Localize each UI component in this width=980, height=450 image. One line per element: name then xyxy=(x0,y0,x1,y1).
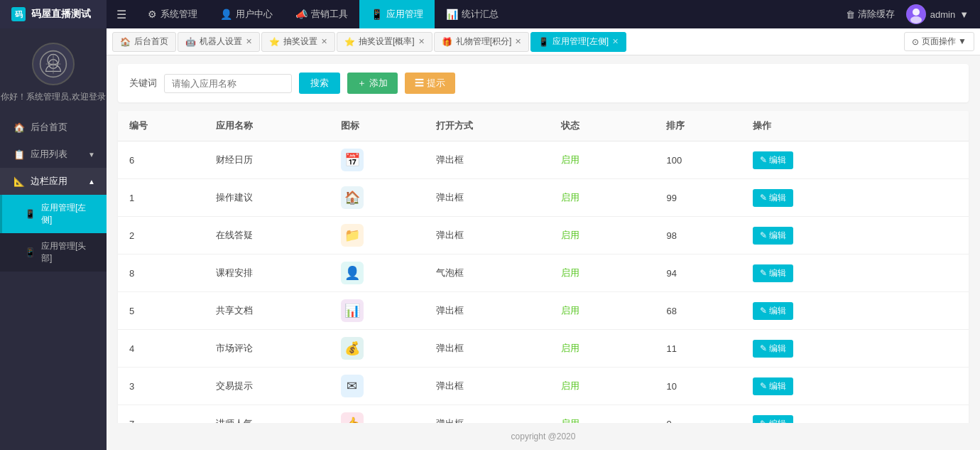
edit-button-2[interactable]: ✎ 编辑 xyxy=(753,227,793,245)
cell-order: 94 xyxy=(655,255,741,292)
nav-label-stats: 统计汇总 xyxy=(462,8,499,21)
tab-lottery-odds[interactable]: ⭐ 抽奖设置[概率] ✕ xyxy=(337,32,432,52)
tab-robot-icon: 🤖 xyxy=(185,37,196,47)
tab-gifts-close[interactable]: ✕ xyxy=(515,37,521,46)
nav-item-marketing[interactable]: 📣 营销工具 xyxy=(284,0,359,28)
cell-order: 98 xyxy=(655,217,741,255)
sidebar-item-app-manage-left[interactable]: 📱 应用管理[左侧] xyxy=(0,195,107,233)
home-icon: 🏠 xyxy=(13,122,25,133)
cell-status: 启用 xyxy=(550,255,655,292)
sidebar-item-app-manage-head[interactable]: 📱 应用管理[头部] xyxy=(0,233,107,272)
search-button[interactable]: 搜索 xyxy=(299,73,340,94)
cell-icon: 🏠 xyxy=(330,179,425,217)
col-header-open-type: 打开方式 xyxy=(425,111,550,141)
cell-id: 1 xyxy=(118,179,205,217)
admin-info[interactable]: admin ▼ xyxy=(906,4,969,24)
app-icon-6: 📅 xyxy=(341,149,364,171)
content-area: 关键词 搜索 ＋ 添加 ☰ 提示 编号 应用名称 图标 xyxy=(107,55,980,423)
cell-id: 6 xyxy=(118,141,205,179)
cell-ops: ✎ 编辑 xyxy=(741,405,969,424)
nav-items: ⚙ 系统管理 👤 用户中心 📣 营销工具 📱 应用管理 📊 统计汇总 xyxy=(136,0,510,28)
cell-order: 100 xyxy=(655,141,741,179)
stats-icon: 📊 xyxy=(446,9,458,20)
col-header-id: 编号 xyxy=(118,111,205,141)
cell-icon: ✉ xyxy=(330,368,425,405)
cell-name: 讲师人气 xyxy=(205,405,330,424)
cell-id: 8 xyxy=(118,255,205,292)
nav-item-user[interactable]: 👤 用户中心 xyxy=(209,0,284,28)
tab-home[interactable]: 🏠 后台首页 xyxy=(112,32,176,52)
sidebar-label-home: 后台首页 xyxy=(31,121,67,134)
tab-home-label: 后台首页 xyxy=(134,36,168,48)
edit-button-4[interactable]: ✎ 编辑 xyxy=(753,340,793,358)
tab-lottery-odds-close[interactable]: ✕ xyxy=(418,37,425,46)
sidebar: 你好！系统管理员,欢迎登录 🏠 后台首页 📋 应用列表 ▼ 📐 边栏应用 xyxy=(0,28,107,450)
edit-button-6[interactable]: ✎ 编辑 xyxy=(753,151,793,169)
page-ops-icon: ⊙ xyxy=(912,37,919,47)
search-bar: 关键词 搜索 ＋ 添加 ☰ 提示 xyxy=(118,64,969,102)
search-input[interactable] xyxy=(164,74,292,93)
table-header-row: 编号 应用名称 图标 打开方式 状态 排序 操作 xyxy=(118,111,969,141)
cell-order: 99 xyxy=(655,179,741,217)
cell-order: 10 xyxy=(655,368,741,405)
edit-button-1[interactable]: ✎ 编辑 xyxy=(753,189,793,207)
edit-button-5[interactable]: ✎ 编辑 xyxy=(753,302,793,320)
sidebar-item-sidebar-app[interactable]: 📐 边栏应用 ▲ xyxy=(0,168,107,195)
status-badge: 启用 xyxy=(561,230,579,240)
add-label: 添加 xyxy=(369,77,388,90)
edit-button-7[interactable]: ✎ 编辑 xyxy=(753,415,793,424)
app-title: 码屋直播测试 xyxy=(31,8,91,21)
col-header-name: 应用名称 xyxy=(205,111,330,141)
sidebar-label-app-manage-head: 应用管理[头部] xyxy=(41,240,95,264)
cell-name: 在线答疑 xyxy=(205,217,330,255)
footer: copyright @2020 xyxy=(107,423,980,450)
status-badge: 启用 xyxy=(561,418,579,423)
table-row: 2 在线答疑 📁 弹出框 启用 98 ✎ 编辑 xyxy=(118,217,969,255)
main-content: 🏠 后台首页 🤖 机器人设置 ✕ ⭐ 抽奖设置 ✕ ⭐ 抽奖设置[概率] ✕ 🎁… xyxy=(107,28,980,450)
tab-robot[interactable]: 🤖 机器人设置 ✕ xyxy=(178,32,260,52)
sidebar-logo-area: 你好！系统管理员,欢迎登录 xyxy=(0,28,107,114)
nav-label-marketing: 营销工具 xyxy=(311,8,348,21)
cell-order: 0 xyxy=(655,405,741,424)
app-icon-2: 📁 xyxy=(341,224,364,247)
col-header-status: 状态 xyxy=(550,111,655,141)
tab-lottery-close[interactable]: ✕ xyxy=(321,37,327,46)
tab-lottery-label: 抽奖设置 xyxy=(283,36,317,48)
svg-point-1 xyxy=(913,9,920,16)
status-badge: 启用 xyxy=(561,343,579,353)
edit-button-3[interactable]: ✎ 编辑 xyxy=(753,377,793,395)
tab-lottery[interactable]: ⭐ 抽奖设置 ✕ xyxy=(261,32,335,52)
cell-icon: 👤 xyxy=(330,255,425,292)
app-manage-head-icon: 📱 xyxy=(25,247,36,257)
user-icon: 👤 xyxy=(220,9,232,20)
hamburger-button[interactable]: ☰ xyxy=(107,0,136,28)
tabs-right: ⊙ 页面操作 ▼ xyxy=(904,32,974,51)
sidebar-submenu: 📱 应用管理[左侧] 📱 应用管理[头部] xyxy=(0,195,107,272)
add-button[interactable]: ＋ 添加 xyxy=(347,73,398,94)
nav-item-system[interactable]: ⚙ 系统管理 xyxy=(136,0,209,28)
tab-app-left-close[interactable]: ✕ xyxy=(612,37,619,46)
sidebar-item-home[interactable]: 🏠 后台首页 xyxy=(0,114,107,141)
nav-item-stats[interactable]: 📊 统计汇总 xyxy=(435,0,510,28)
sidebar-item-app-list[interactable]: 📋 应用列表 ▼ xyxy=(0,141,107,168)
tab-gifts[interactable]: 🎁 礼物管理[积分] ✕ xyxy=(434,32,530,52)
cell-ops: ✎ 编辑 xyxy=(741,330,969,368)
app-manage-left-icon: 📱 xyxy=(25,209,36,219)
page-ops-button[interactable]: ⊙ 页面操作 ▼ xyxy=(904,32,974,51)
tab-app-left-icon: 📱 xyxy=(538,37,549,47)
app-list-arrow-icon: ▼ xyxy=(88,151,95,159)
tab-app-left[interactable]: 📱 应用管理[左侧] ✕ xyxy=(530,32,626,52)
tabs-bar: 🏠 后台首页 🤖 机器人设置 ✕ ⭐ 抽奖设置 ✕ ⭐ 抽奖设置[概率] ✕ 🎁… xyxy=(107,28,980,55)
cell-ops: ✎ 编辑 xyxy=(741,368,969,405)
show-button[interactable]: ☰ 提示 xyxy=(405,73,455,94)
cell-id: 3 xyxy=(118,368,205,405)
tab-robot-close[interactable]: ✕ xyxy=(246,37,252,46)
edit-button-8[interactable]: ✎ 编辑 xyxy=(753,264,793,282)
cell-ops: ✎ 编辑 xyxy=(741,141,969,179)
status-badge: 启用 xyxy=(561,267,579,278)
clear-cache-button[interactable]: 🗑 清除缓存 xyxy=(846,8,895,21)
nav-item-app-manage[interactable]: 📱 应用管理 xyxy=(359,0,435,28)
app-icon-5: 📊 xyxy=(341,299,364,322)
cell-ops: ✎ 编辑 xyxy=(741,179,969,217)
cell-name: 操作建议 xyxy=(205,179,330,217)
